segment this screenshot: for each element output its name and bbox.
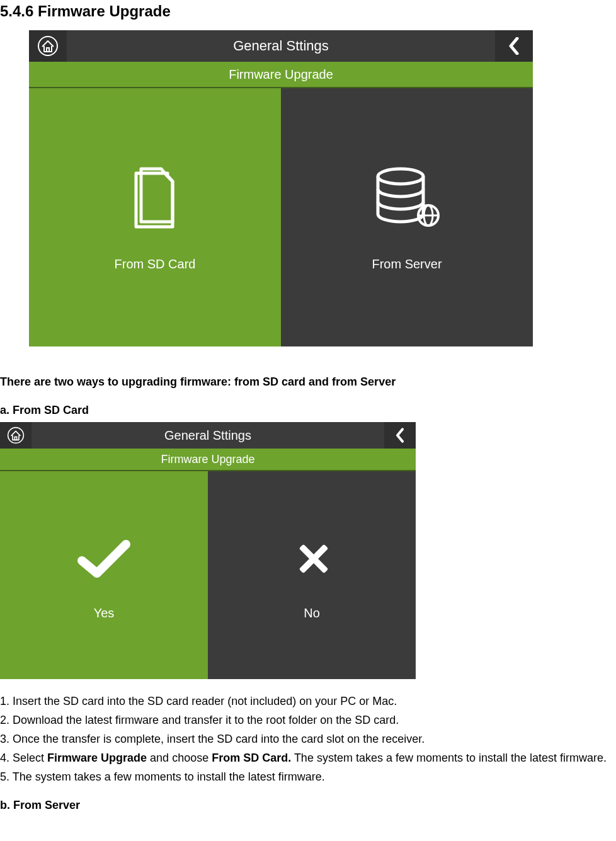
subhead-b: b. From Server <box>0 799 616 812</box>
step-2: 2. Download the latest firmware and tran… <box>0 712 616 728</box>
bold-text: From SD Card. <box>212 752 291 764</box>
back-icon <box>395 428 405 443</box>
section-heading: 5.4.6 Firmware Upgrade <box>0 3 616 20</box>
subhead-a: a. From SD Card <box>0 404 616 417</box>
tile-label: From SD Card <box>115 257 196 272</box>
step-1: 1. Insert the SD card into the SD card r… <box>0 693 616 709</box>
home-button[interactable] <box>0 422 31 449</box>
back-icon <box>508 37 520 55</box>
screenshot-confirm: General Sttings Firmware Upgrade Yes No <box>0 422 416 679</box>
confirm-no[interactable]: No <box>208 471 416 679</box>
step-4: 4. Select Firmware Upgrade and choose Fr… <box>0 750 616 766</box>
cross-icon <box>293 530 331 587</box>
sd-card-icon <box>123 164 186 233</box>
back-button[interactable] <box>495 30 533 62</box>
home-button[interactable] <box>29 30 67 62</box>
screenshot-topbar: General Sttings <box>29 30 533 62</box>
step-3: 3. Once the transfer is complete, insert… <box>0 731 616 747</box>
subbar-title: Firmware Upgrade <box>29 62 533 88</box>
tile-label: No <box>304 606 320 621</box>
intro-text: There are two ways to upgrading firmware… <box>0 375 616 389</box>
option-from-server[interactable]: From Server <box>281 88 533 346</box>
back-button[interactable] <box>384 422 416 449</box>
svg-point-2 <box>378 169 423 184</box>
tile-label: Yes <box>94 606 115 621</box>
option-from-sd-card[interactable]: From SD Card <box>29 88 281 346</box>
steps-list: 1. Insert the SD card into the SD card r… <box>0 693 616 785</box>
tile-label: From Server <box>372 257 442 272</box>
topbar-title: General Sttings <box>67 38 495 54</box>
server-icon <box>369 164 445 233</box>
svg-point-0 <box>38 37 57 55</box>
topbar-title: General Sttings <box>31 428 384 443</box>
screenshot-topbar: General Sttings <box>0 422 416 449</box>
text: 4. Select <box>0 752 47 764</box>
check-icon <box>76 530 132 587</box>
screenshot-upgrade-options: General Sttings Firmware Upgrade From SD… <box>29 30 533 346</box>
home-icon <box>7 426 25 444</box>
text: The system takes a few moments to instal… <box>291 752 607 764</box>
svg-rect-7 <box>14 437 16 440</box>
svg-point-6 <box>8 428 24 443</box>
step-5: 5. The system takes a few moments to ins… <box>0 769 616 785</box>
svg-rect-1 <box>47 48 49 52</box>
bold-text: Firmware Upgrade <box>47 752 147 764</box>
subbar-title: Firmware Upgrade <box>0 449 416 471</box>
text: and choose <box>147 752 212 764</box>
confirm-yes[interactable]: Yes <box>0 471 208 679</box>
home-icon <box>37 35 59 57</box>
